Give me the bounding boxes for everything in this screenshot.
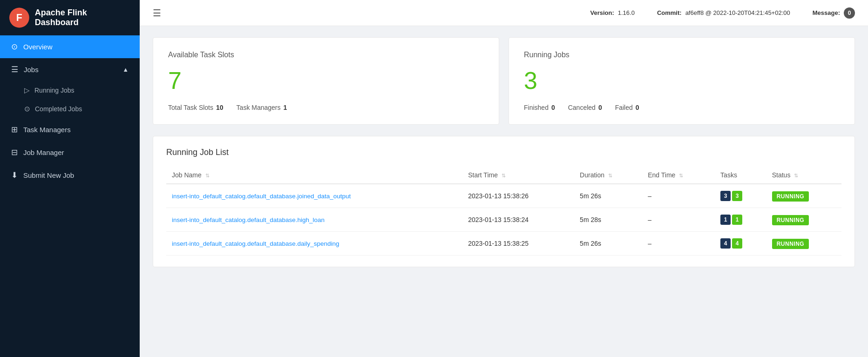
col-end-time[interactable]: End Time ⇅ [642,167,715,184]
start-time-sort-icon: ⇅ [502,173,506,178]
canceled-value: 0 [598,104,602,111]
task-badge-green: 3 [732,191,742,201]
canceled-label: Canceled [568,104,596,111]
topbar-info: Version: 1.16.0 Commit: af6eff8 @ 2022-1… [590,7,855,19]
status-badge: RUNNING [772,191,809,202]
stats-row: Available Task Slots 7 Total Task Slots … [153,37,855,125]
col-start-time[interactable]: Start Time ⇅ [462,167,574,184]
start-time-cell: 2023-01-13 15:38:25 [462,232,574,256]
sidebar: F Apache Flink Dashboard ⊙ Overview ☰ Jo… [0,0,140,357]
sidebar-logo: F Apache Flink Dashboard [0,0,140,35]
version-value: 1.16.0 [618,9,635,16]
status-badge: RUNNING [772,239,809,249]
menu-toggle-icon[interactable]: ☰ [153,7,161,19]
task-badge-blue: 1 [720,215,731,225]
end-time-cell: – [642,184,715,208]
task-managers-icon: ⊞ [11,125,18,135]
finished-label: Finished [524,104,549,111]
start-time-cell: 2023-01-13 15:38:26 [462,184,574,208]
status-cell: RUNNING [766,184,841,208]
failed-value: 0 [636,104,639,111]
job-name-cell: insert-into_default_catalog.default_data… [166,232,462,256]
sidebar-item-completed-jobs[interactable]: ⊙ Completed Jobs [0,100,140,118]
tasks-cell: 1 1 [715,208,766,232]
col-job-name[interactable]: Job Name ⇅ [166,167,462,184]
duration-cell: 5m 26s [574,232,642,256]
running-jobs-value: 3 [524,68,840,93]
commit-value: af6eff8 @ 2022-10-20T04:21:45+02:00 [685,9,790,16]
start-time-cell: 2023-01-13 15:38:24 [462,208,574,232]
task-badge-blue: 4 [720,238,731,249]
job-name-sort-icon: ⇅ [205,173,210,178]
task-badge-green: 4 [732,238,742,249]
job-name-link[interactable]: insert-into_default_catalog.default_data… [172,240,339,247]
task-managers-value: 1 [284,104,287,111]
col-status[interactable]: Status ⇅ [766,167,841,184]
submit-job-icon: ⬇ [11,170,18,180]
status-cell: RUNNING [766,208,841,232]
task-managers-label: Task Managers [237,104,281,111]
completed-jobs-icon: ⊙ [24,105,30,113]
tasks-cell: 4 4 [715,232,766,256]
overview-icon: ⊙ [11,42,18,52]
task-slots-card: Available Task Slots 7 Total Task Slots … [153,37,499,125]
total-slots-value: 10 [216,104,224,111]
sidebar-item-jobs[interactable]: ☰ Jobs ▲ [0,58,140,81]
running-jobs-card: Running Jobs 3 Finished 0 Canceled 0 Fai… [509,37,855,125]
table-header: Job Name ⇅ Start Time ⇅ Duration ⇅ End [166,167,841,184]
job-manager-icon: ⊟ [11,148,18,157]
content-area: Available Task Slots 7 Total Task Slots … [140,26,868,357]
end-time-cell: – [642,232,715,256]
running-jobs-icon: ▷ [24,86,30,94]
message-badge: 0 [844,7,855,19]
task-slots-value: 7 [168,68,484,93]
message-label: Message: [813,9,840,16]
status-sort-icon: ⇅ [794,173,798,178]
version-label: Version: [590,9,614,16]
duration-cell: 5m 28s [574,208,642,232]
task-badge-blue: 3 [720,191,731,201]
table-row: insert-into_default_catalog.default_data… [166,208,841,232]
sidebar-item-task-managers[interactable]: ⊞ Task Managers [0,118,140,141]
end-time-cell: – [642,208,715,232]
duration-cell: 5m 26s [574,184,642,208]
sidebar-item-submit-new-job[interactable]: ⬇ Submit New Job [0,164,140,187]
task-badge-green: 1 [732,215,742,225]
failed-label: Failed [615,104,633,111]
running-job-list-section: Running Job List Job Name ⇅ Start Time ⇅ [153,136,855,267]
job-name-cell: insert-into_default_catalog.default_data… [166,208,462,232]
svg-text:F: F [16,12,22,23]
task-slots-title: Available Task Slots [168,51,484,59]
table-row: insert-into_default_catalog.default_data… [166,184,841,208]
running-jobs-footer: Finished 0 Canceled 0 Failed 0 [524,104,840,111]
job-list-title: Running Job List [166,148,841,157]
sidebar-item-running-jobs[interactable]: ▷ Running Jobs [0,81,140,100]
col-duration[interactable]: Duration ⇅ [574,167,642,184]
table-body: insert-into_default_catalog.default_data… [166,184,841,256]
job-name-link[interactable]: insert-into_default_catalog.default_data… [172,216,325,223]
col-tasks: Tasks [715,167,766,184]
topbar: ☰ Version: 1.16.0 Commit: af6eff8 @ 2022… [140,0,868,26]
jobs-chevron-icon: ▲ [122,66,129,73]
job-name-link[interactable]: insert-into_default_catalog.default_data… [172,193,351,200]
main-content: ☰ Version: 1.16.0 Commit: af6eff8 @ 2022… [140,0,868,357]
sidebar-item-job-manager[interactable]: ⊟ Job Manager [0,141,140,164]
sidebar-item-overview[interactable]: ⊙ Overview [0,35,140,58]
table-row: insert-into_default_catalog.default_data… [166,232,841,256]
commit-label: Commit: [657,9,682,16]
total-slots-label: Total Task Slots [168,104,213,111]
duration-sort-icon: ⇅ [608,173,612,178]
tasks-cell: 3 3 [715,184,766,208]
finished-value: 0 [551,104,555,111]
end-time-sort-icon: ⇅ [679,173,683,178]
status-cell: RUNNING [766,232,841,256]
task-slots-footer: Total Task Slots 10 Task Managers 1 [168,104,484,111]
job-name-cell: insert-into_default_catalog.default_data… [166,184,462,208]
jobs-icon: ☰ [11,65,18,74]
status-badge: RUNNING [772,215,809,225]
logo-text: Apache Flink Dashboard [35,8,130,27]
running-jobs-title: Running Jobs [524,51,840,59]
job-list-table: Job Name ⇅ Start Time ⇅ Duration ⇅ End [166,167,841,256]
